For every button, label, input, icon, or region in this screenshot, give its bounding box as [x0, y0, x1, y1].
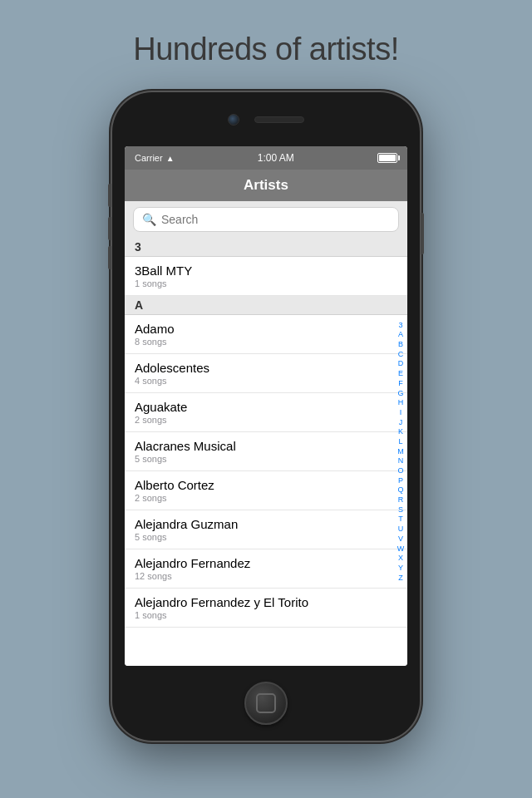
artist-name: Alejandra Guzman	[135, 517, 397, 531]
list-item[interactable]: Adolescentes4 songs	[125, 354, 407, 393]
camera	[228, 114, 239, 126]
alpha-letter[interactable]: M	[397, 447, 404, 457]
alpha-letter[interactable]: K	[398, 427, 403, 437]
list-item[interactable]: Adamo8 songs	[125, 315, 407, 354]
list-item[interactable]: Alejandra Guzman5 songs	[125, 510, 407, 549]
alpha-index[interactable]: 3ABCDEFGHIJKLMNOPQRSTUVWXYZ	[394, 238, 407, 666]
artist-name: Alejandro Fernandez y El Torito	[135, 595, 397, 609]
alpha-letter[interactable]: O	[397, 466, 403, 476]
artist-song-count: 12 songs	[135, 571, 397, 581]
nav-title: Artists	[244, 177, 288, 194]
home-button-icon	[256, 693, 276, 713]
speaker	[254, 116, 304, 123]
alpha-letter[interactable]: R	[398, 495, 404, 505]
wifi-icon: ▲	[166, 154, 175, 163]
list-item[interactable]: Alejandro Fernandez12 songs	[125, 549, 407, 589]
search-input[interactable]	[161, 213, 390, 226]
artist-list[interactable]: 33Ball MTY1 songsAAdamo8 songsAdolescent…	[125, 238, 407, 666]
alpha-letter[interactable]: H	[398, 398, 404, 408]
status-carrier: Carrier ▲	[135, 153, 175, 163]
alpha-letter[interactable]: S	[398, 505, 403, 515]
page-title: Hundreds of artists!	[133, 32, 398, 67]
search-input-wrapper[interactable]: 🔍	[133, 207, 399, 232]
alpha-letter[interactable]: F	[398, 379, 403, 389]
phone-top	[112, 92, 420, 146]
artist-song-count: 1 songs	[135, 278, 397, 288]
alpha-letter[interactable]: Q	[397, 485, 403, 495]
artist-name: Alberto Cortez	[135, 478, 397, 492]
artist-name: Adamo	[135, 322, 397, 336]
section-header: 3	[125, 238, 407, 257]
alpha-letter[interactable]: L	[398, 437, 402, 447]
status-time: 1:00 AM	[258, 152, 294, 164]
phone-shell: Carrier ▲ 1:00 AM Artists 🔍 33Ball MTY1 …	[112, 92, 420, 741]
alpha-letter[interactable]: T	[398, 515, 403, 525]
alpha-letter[interactable]: G	[397, 389, 403, 399]
artist-song-count: 2 songs	[135, 493, 397, 503]
artist-song-count: 5 songs	[135, 532, 397, 542]
alpha-letter[interactable]: A	[398, 330, 403, 340]
alpha-letter[interactable]: 3	[398, 321, 402, 331]
alpha-letter[interactable]: Y	[398, 564, 403, 574]
battery-icon	[377, 153, 397, 163]
alpha-letter[interactable]: C	[398, 350, 404, 360]
artist-song-count: 5 songs	[135, 454, 397, 464]
phone-screen: Carrier ▲ 1:00 AM Artists 🔍 33Ball MTY1 …	[125, 146, 407, 666]
artist-name: Adolescentes	[135, 361, 397, 375]
artist-name: Aguakate	[135, 400, 397, 414]
alpha-letter[interactable]: D	[398, 359, 404, 369]
artist-name: 3Ball MTY	[135, 264, 397, 278]
alpha-letter[interactable]: U	[398, 525, 404, 534]
artist-song-count: 8 songs	[135, 337, 397, 347]
section-header: A	[125, 296, 407, 315]
alpha-letter[interactable]: E	[398, 369, 403, 379]
alpha-letter[interactable]: B	[398, 340, 403, 350]
battery-fill	[379, 155, 396, 161]
artist-song-count: 1 songs	[135, 610, 397, 620]
search-icon: 🔍	[142, 213, 156, 226]
alpha-letter[interactable]: J	[399, 418, 403, 428]
list-item[interactable]: 3Ball MTY1 songs	[125, 257, 407, 296]
status-bar: Carrier ▲ 1:00 AM	[125, 146, 407, 170]
list-item[interactable]: Alejandro Fernandez y El Torito1 songs	[125, 589, 407, 628]
alpha-letter[interactable]: P	[398, 476, 403, 486]
home-button[interactable]	[244, 682, 288, 725]
alpha-letter[interactable]: N	[398, 456, 404, 466]
artist-name: Alejandro Fernandez	[135, 556, 397, 570]
phone-bottom	[112, 666, 420, 741]
alpha-letter[interactable]: X	[398, 554, 403, 564]
artist-name: Alacranes Musical	[135, 439, 397, 453]
alpha-letter[interactable]: V	[398, 534, 403, 544]
search-bar: 🔍	[125, 201, 407, 238]
nav-bar: Artists	[125, 170, 407, 201]
artist-song-count: 4 songs	[135, 376, 397, 386]
list-item[interactable]: Alberto Cortez2 songs	[125, 471, 407, 510]
alpha-letter[interactable]: Z	[398, 574, 403, 584]
alpha-letter[interactable]: W	[397, 544, 405, 554]
artist-song-count: 2 songs	[135, 415, 397, 425]
alpha-letter[interactable]: I	[400, 408, 402, 418]
list-item[interactable]: Aguakate2 songs	[125, 393, 407, 432]
list-item[interactable]: Alacranes Musical5 songs	[125, 432, 407, 471]
